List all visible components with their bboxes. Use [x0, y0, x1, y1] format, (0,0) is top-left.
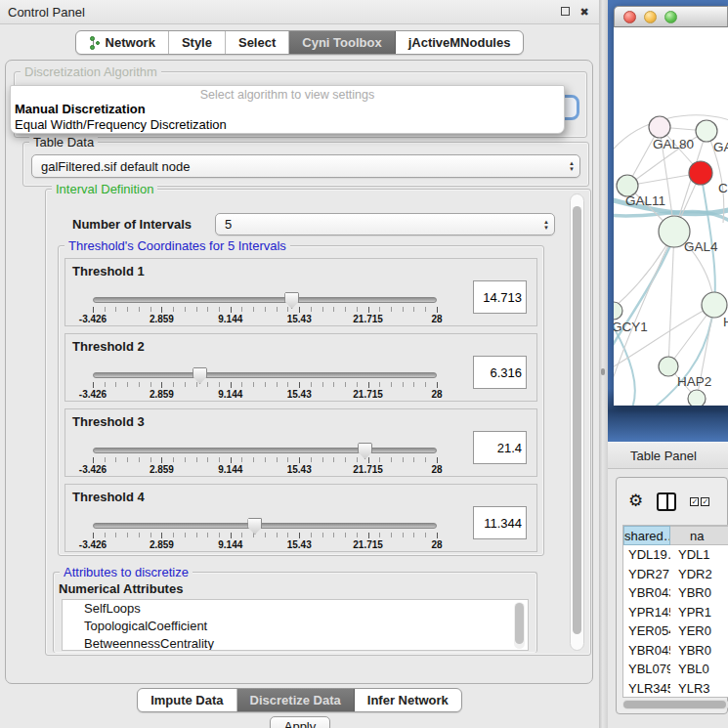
network-graph: GAL80 GA C GAL11 GAL4 GCY1 H HAP2 — [614, 27, 728, 406]
threshold-2-value-field[interactable] — [473, 356, 527, 389]
threshold-4-value-field[interactable] — [473, 506, 527, 539]
threshold-1-slider[interactable]: -3.4262.8599.14415.4321.71528 — [93, 295, 437, 321]
list-item[interactable]: TopologicalCoefficient — [63, 618, 528, 635]
threshold-panel-1: Threshold 1 -3.4262.8599.14415.4321.7152… — [64, 258, 537, 326]
table-header-row: shared… na — [623, 526, 728, 545]
table-row[interactable]: YDL19…YDL1 — [623, 545, 728, 565]
dropdown-option-manual[interactable]: Manual Discretization — [11, 102, 564, 117]
node-partial[interactable] — [688, 390, 706, 406]
node-ga[interactable] — [696, 120, 717, 142]
attributes-group: Attributes to discretize Numerical Attri… — [53, 572, 537, 653]
threshold-panel-4: Threshold 4 -3.4262.8599.14415.4321.7152… — [64, 484, 537, 552]
cyni-toolbox-panel: Discretization Algorithm Table Data galF… — [5, 60, 593, 684]
number-of-intervals-combobox[interactable]: 5 ▲▼ — [215, 213, 555, 236]
slider-track[interactable] — [93, 297, 437, 303]
table-row[interactable]: YBR045CYBR0 — [623, 641, 728, 661]
threshold-label: Threshold 1 — [72, 264, 145, 278]
threshold-3-slider[interactable]: -3.4262.8599.14415.4321.71528 — [93, 446, 437, 471]
tab-style[interactable]: Style — [169, 31, 226, 54]
panel-scrollbar[interactable] — [570, 193, 584, 651]
tab-cyni-toolbox[interactable]: Cyni Toolbox — [289, 31, 395, 54]
node-red-selected[interactable] — [689, 161, 712, 185]
column-header-name[interactable]: na — [670, 526, 728, 545]
combo-arrows-icon: ▲▼ — [569, 155, 575, 177]
threshold-panel-2: Threshold 2 -3.4262.8599.14415.4321.7152… — [64, 333, 537, 402]
table-horizontal-scrollbar[interactable] — [622, 700, 728, 709]
thresholds-group: Threshold's Coordinates for 5 Intervals … — [58, 245, 544, 556]
table-row[interactable]: YLR345WYLR3 — [623, 679, 728, 699]
panel-splitter[interactable] — [599, 0, 608, 728]
slider-track[interactable] — [93, 448, 437, 453]
dropdown-option-equal-width[interactable]: Equal Width/Frequency Discretization — [11, 117, 564, 133]
intervals-value: 5 — [225, 217, 232, 232]
node-gal80[interactable] — [649, 116, 670, 138]
table-data-value: galFiltered.sif default node — [41, 159, 190, 174]
threshold-4-slider[interactable]: -3.4262.8599.14415.4321.71528 — [93, 521, 437, 546]
table-row[interactable]: YBR043CYBR0 — [623, 583, 728, 603]
network-canvas[interactable]: GAL80 GA C GAL11 GAL4 GCY1 H HAP2 — [614, 27, 728, 406]
interval-definition-group: Interval Definition Number of Intervals … — [45, 189, 591, 656]
tab-discretize-data[interactable]: Discretize Data — [237, 689, 355, 711]
top-tab-bar: Network Style Select Cyni Toolbox jActiv… — [0, 30, 599, 55]
threshold-1-value-field[interactable] — [473, 280, 527, 314]
node-table[interactable]: shared… na YDL19…YDL1 YDR27…YDR2 YBR043C… — [622, 525, 728, 698]
panel-title: Control Panel — [8, 5, 552, 20]
minimize-traffic-light-icon[interactable] — [644, 11, 657, 23]
network-view-window[interactable]: GAL80 GA C GAL11 GAL4 GCY1 H HAP2 — [614, 6, 728, 406]
table-panel-titlebar: Table Panel — [608, 442, 728, 469]
combo-arrows-icon: ▲▼ — [543, 214, 549, 235]
threshold-3-value-field[interactable] — [473, 431, 527, 464]
table-row[interactable]: YBL079WYBL0 — [623, 660, 728, 679]
select-columns-icon[interactable]: ✓✓ — [690, 497, 709, 506]
threshold-2-slider[interactable]: -3.4262.8599.14415.4321.71528 — [93, 370, 437, 396]
list-item[interactable]: BetweennessCentrality — [63, 635, 528, 651]
table-data-combobox[interactable]: galFiltered.sif default node ▲▼ — [31, 154, 580, 178]
splitter-grip-icon[interactable] — [601, 368, 605, 375]
node-label: GAL80 — [653, 137, 694, 151]
columns-icon[interactable] — [657, 492, 676, 511]
node-label: C — [718, 181, 728, 195]
bottom-tab-bar: Impute Data Discretize Data Infer Networ… — [0, 688, 599, 712]
node-gcy1[interactable] — [614, 302, 622, 320]
group-title: Attributes to discretize — [60, 565, 193, 579]
threshold-label: Threshold 4 — [72, 490, 145, 504]
gear-icon[interactable]: ⚙ — [628, 492, 643, 511]
float-window-icon[interactable] — [558, 6, 572, 18]
dropdown-hint: Select algorithm to view settings — [11, 86, 564, 102]
list-scrollbar[interactable] — [514, 602, 525, 649]
tab-select[interactable]: Select — [226, 31, 289, 54]
node-label: GAL4 — [684, 239, 718, 254]
node-label: H — [723, 315, 728, 329]
node-hap2[interactable] — [659, 357, 678, 376]
number-of-intervals-label: Number of Intervals — [72, 217, 192, 232]
node-label: HAP2 — [677, 374, 711, 389]
slider-track[interactable] — [93, 523, 437, 529]
table-data-group: Table Data galFiltered.sif default node … — [22, 142, 589, 187]
slider-track[interactable] — [93, 372, 437, 378]
node-label: GAL11 — [625, 193, 665, 208]
table-row[interactable]: YDR27…YDR2 — [623, 565, 728, 584]
close-traffic-light-icon[interactable] — [623, 11, 636, 23]
tab-impute-data[interactable]: Impute Data — [138, 689, 236, 711]
node-label: GA — [713, 140, 728, 154]
zoom-traffic-light-icon[interactable] — [664, 11, 677, 23]
column-header-shared[interactable]: shared… — [623, 526, 670, 545]
tab-infer-network[interactable]: Infer Network — [355, 689, 461, 711]
table-panel-area: ⚙ ✓✓ shared… na YDL19…YDL1 YDR27…YDR2 YB… — [608, 469, 728, 728]
close-icon[interactable]: ✖ — [578, 6, 591, 19]
tab-network[interactable]: Network — [76, 31, 169, 54]
group-title: Table Data — [29, 135, 98, 150]
algorithm-dropdown-popup: Select algorithm to view settings Manual… — [10, 85, 565, 134]
numerical-attributes-list[interactable]: SelfLoops TopologicalCoefficient Between… — [62, 599, 529, 651]
apply-button[interactable]: Apply — [270, 716, 330, 728]
group-title: Interval Definition — [52, 182, 157, 196]
control-panel-titlebar: Control Panel ✖ — [0, 0, 599, 24]
list-item[interactable]: SelfLoops — [63, 600, 528, 618]
table-row[interactable]: YPR145WYPR1 — [623, 603, 728, 622]
group-title: Discretization Algorithm — [21, 64, 161, 79]
network-icon — [89, 36, 101, 50]
table-row[interactable]: YER054CYER0 — [623, 621, 728, 641]
table-panel: ⚙ ✓✓ shared… na YDL19…YDL1 YDR27…YDR2 YB… — [616, 477, 728, 714]
network-window-titlebar[interactable] — [614, 6, 728, 27]
tab-jactivemnodules[interactable]: jActiveMNodules — [396, 31, 524, 54]
